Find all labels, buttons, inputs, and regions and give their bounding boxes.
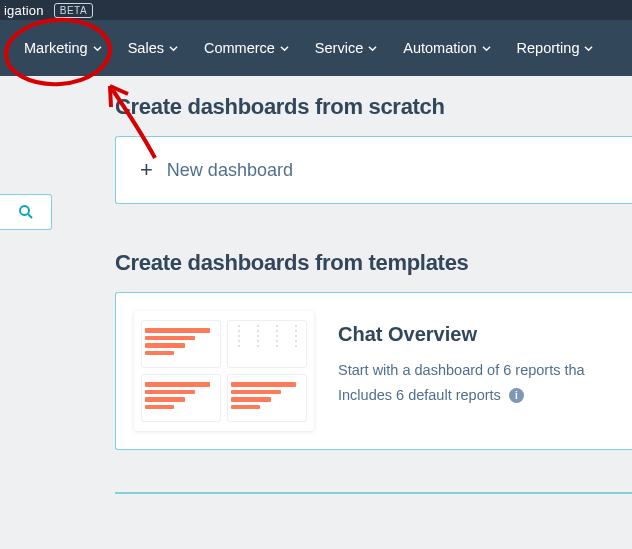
template-title: Chat Overview [338,323,585,346]
template-thumbnail [134,311,314,431]
nav-label: Service [315,40,363,56]
template-divider [115,492,632,494]
nav-sales[interactable]: Sales [128,40,178,56]
mini-chart [142,375,220,421]
section-title-scratch: Create dashboards from scratch [115,94,632,120]
navigation-label: igation [4,3,44,18]
nav-label: Automation [403,40,476,56]
nav-label: Sales [128,40,164,56]
new-dashboard-button[interactable]: + New dashboard [140,159,632,181]
svg-point-0 [20,206,29,215]
template-desc: Start with a dashboard of 6 reports tha [338,358,585,383]
section-title-templates: Create dashboards from templates [115,250,632,276]
info-icon[interactable]: i [509,388,524,403]
nav-automation[interactable]: Automation [403,40,490,56]
template-meta: Chat Overview Start with a dashboard of … [338,311,585,431]
main-nav: Marketing Sales Commerce Service Automat… [0,20,632,76]
nav-service[interactable]: Service [315,40,377,56]
search-icon [17,203,35,221]
nav-commerce[interactable]: Commerce [204,40,289,56]
nav-marketing[interactable]: Marketing [24,40,102,56]
chevron-down-icon [482,44,491,53]
chevron-down-icon [93,44,102,53]
nav-label: Reporting [517,40,580,56]
plus-icon: + [140,159,153,181]
chevron-down-icon [368,44,377,53]
template-includes: Includes 6 default reports i [338,383,585,408]
search-input[interactable] [0,194,52,230]
chevron-down-icon [584,44,593,53]
new-dashboard-card[interactable]: + New dashboard [115,136,632,204]
svg-line-1 [28,214,32,218]
chevron-down-icon [280,44,289,53]
beta-badge: BETA [54,3,93,18]
top-strip: igation BETA [0,0,632,20]
nav-label: Marketing [24,40,88,56]
template-card-chat-overview[interactable]: Chat Overview Start with a dashboard of … [115,292,632,450]
new-dashboard-label: New dashboard [167,160,293,181]
mini-chart [142,321,220,367]
mini-chart [228,375,306,421]
mini-chart [228,321,306,367]
nav-reporting[interactable]: Reporting [517,40,594,56]
chevron-down-icon [169,44,178,53]
nav-label: Commerce [204,40,275,56]
